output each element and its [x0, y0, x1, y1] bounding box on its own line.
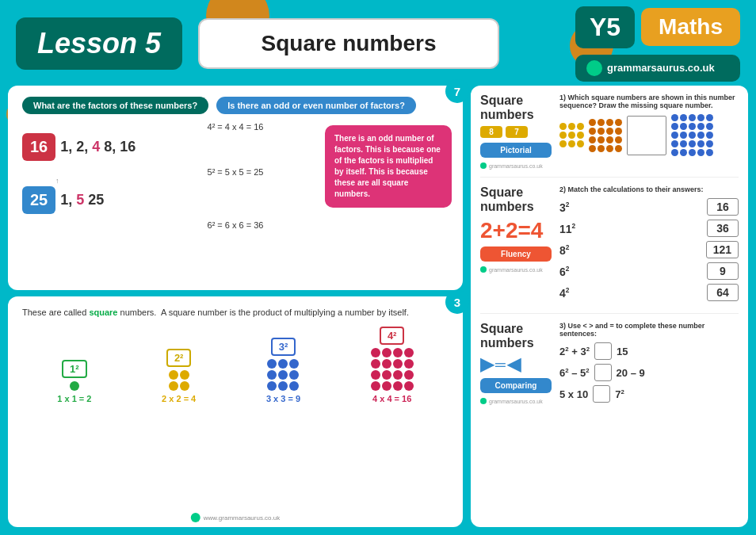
label-1: 1 x 1 = 2: [57, 394, 91, 403]
dots-4x4-brown: [589, 119, 622, 152]
brand-logo-icon: [586, 60, 602, 76]
ws-content-1: 1) Which square numbers are shown in thi…: [559, 94, 739, 169]
match-row-2: 112 36: [559, 220, 739, 237]
compare-right-2: 20 – 9: [617, 367, 645, 379]
ws-empty-box-1: [627, 116, 666, 155]
slide-desc: These are called square numbers. A squar…: [22, 308, 449, 317]
lesson-badge: Lesson 5: [16, 17, 182, 70]
match-right-3: 121: [706, 241, 739, 258]
lesson-label: Lesson 5: [37, 27, 161, 59]
ws-section-3: Squarenumbers ▶ ═ ◀ Comparing grammarsau…: [480, 322, 739, 407]
compare-left-2: 62 – 52: [559, 367, 590, 379]
ws-question-2: 2) Match the calculations to their answe…: [559, 185, 739, 193]
ws-label-col-3: Squarenumbers ▶ ═ ◀ Comparing grammarsau…: [480, 322, 552, 407]
compare-right-1: 15: [617, 346, 628, 357]
match-left-4: 62: [559, 265, 569, 278]
label-4: 4 x 4 = 16: [372, 394, 411, 403]
match-row-5: 42 64: [559, 284, 739, 301]
slide-factors: 7 What are the factors of these numbers?…: [8, 86, 463, 290]
ws-title-3: Squarenumbers: [480, 322, 552, 350]
match-row-4: 62 9: [559, 262, 739, 280]
dots-4: [371, 348, 414, 391]
ws-footer-icon-2: [480, 266, 487, 273]
right-panel: Squarenumbers 8 7 Pictorial grammarsauru…: [471, 86, 748, 527]
dots-3x3-yellow: [559, 123, 584, 147]
ws-badge-pictorial: Pictorial: [480, 143, 552, 158]
num-box-16: 16: [22, 133, 55, 161]
dots-1: [70, 381, 79, 391]
comparing-icons: ▶ ═ ◀: [480, 354, 552, 375]
ws-title-2: Squarenumbers: [480, 185, 552, 213]
ws-gram-footer-3: grammarsaurus.co.uk: [480, 398, 552, 404]
title-box: Square numbers: [198, 18, 499, 69]
fluency-icon: 2+2=4: [480, 218, 552, 243]
square-item-4: 4² 4 x 4 = 16: [371, 327, 414, 403]
ws-badge-comparing: Comparing: [480, 378, 552, 393]
ws-content-3: 3) Use < > and = to complete these numbe…: [559, 322, 739, 407]
match-left-3: 82: [559, 243, 569, 257]
factors-btn1[interactable]: What are the factors of these numbers?: [22, 97, 208, 114]
match-row-3: 82 121: [559, 241, 739, 258]
factors-text-1: 1, 2, 4 8, 16: [60, 139, 136, 155]
factors-text-2: 1, 5 25: [60, 192, 104, 208]
ws-label-col-1: Squarenumbers 8 7 Pictorial grammarsauru…: [480, 94, 552, 169]
compare-left-1: 22 + 32: [559, 346, 590, 357]
power-1: 1²: [62, 360, 87, 378]
right-header: Y5 Maths grammarsaurus.co.uk: [575, 6, 740, 82]
compare-row-1: 22 + 32 15: [559, 342, 739, 360]
compare-box-1: [594, 342, 612, 360]
match-right-4: 9: [707, 262, 739, 280]
brand-text: grammarsaurus.co.uk: [607, 62, 715, 74]
compare-box-3: [593, 385, 610, 403]
label-3: 3 x 3 = 9: [266, 394, 300, 403]
match-left-5: 42: [559, 286, 569, 300]
maths-badge: Maths: [641, 8, 740, 46]
match-right-1: 16: [707, 198, 739, 216]
match-row-1: 32 16: [559, 198, 739, 216]
compare-box-2: [594, 364, 612, 381]
match-right-2: 36: [707, 220, 739, 237]
page-title: Square numbers: [262, 31, 437, 55]
square-item-3: 3² 3 x 3 = 9: [266, 338, 300, 403]
power-4: 4²: [380, 327, 405, 345]
ws-label-col-2: Squarenumbers 2+2=4 Fluency grammarsauru…: [480, 185, 552, 305]
compare-left-3: 5 x 10: [559, 388, 588, 400]
power-3: 3²: [271, 338, 296, 356]
ws-question-1: 1) Which square numbers are shown in thi…: [559, 94, 739, 109]
brand-badge: grammarsaurus.co.uk: [575, 55, 740, 82]
ws-tab-row-1: 8 7: [480, 126, 552, 138]
ws-gram-footer-1: grammarsaurus.co.uk: [480, 162, 552, 169]
info-box: There is an odd number of factors. This …: [325, 125, 452, 208]
compare-row-3: 5 x 10 72: [559, 385, 739, 403]
eq3-label: 6² = 6 x 6 = 36: [22, 220, 449, 230]
compare-rows: 22 + 32 15 62 – 52 20 – 9 5 x 10 72: [559, 342, 739, 403]
year-maths-row: Y5 Maths: [575, 6, 740, 48]
factors-buttons: What are the factors of these numbers? I…: [22, 97, 449, 114]
left-panel: 7 What are the factors of these numbers?…: [8, 86, 463, 527]
ws-footer-icon-3: [480, 398, 487, 404]
match-left-1: 32: [559, 201, 569, 214]
num-box-25: 25: [22, 186, 55, 214]
ws-badge-fluency: Fluency: [480, 246, 552, 262]
ws-section-1: Squarenumbers 8 7 Pictorial grammarsauru…: [480, 94, 739, 178]
year-badge: Y5: [575, 6, 635, 48]
ws-footer-icon-1: [480, 162, 487, 169]
footer-logo-icon: [191, 513, 200, 522]
compare-row-2: 62 – 52 20 – 9: [559, 364, 739, 381]
power-2: 2²: [166, 349, 192, 367]
slide-square: 3 These are called square numbers. A squ…: [8, 296, 463, 527]
square-item-1: 1² 1 x 1 = 2: [57, 360, 91, 403]
ws-section-2: Squarenumbers 2+2=4 Fluency grammarsauru…: [480, 185, 739, 314]
slide-badge-1: 7: [445, 79, 469, 103]
main-content: 7 What are the factors of these numbers?…: [8, 86, 748, 527]
ws-gram-footer-2: grammarsaurus.co.uk: [480, 266, 552, 273]
factors-btn2[interactable]: Is there an odd or even number of factor…: [216, 97, 416, 114]
header: Lesson 5 Square numbers Y5 Maths grammar…: [0, 0, 756, 87]
compare-right-3: 72: [615, 388, 624, 400]
ws-question-3: 3) Use < > and = to complete these numbe…: [559, 322, 739, 338]
dots-2: [169, 370, 189, 391]
match-right-5: 64: [707, 284, 739, 301]
match-left-2: 112: [559, 222, 575, 235]
ws-content-2: 2) Match the calculations to their answe…: [559, 185, 739, 305]
dots-3: [267, 359, 299, 391]
